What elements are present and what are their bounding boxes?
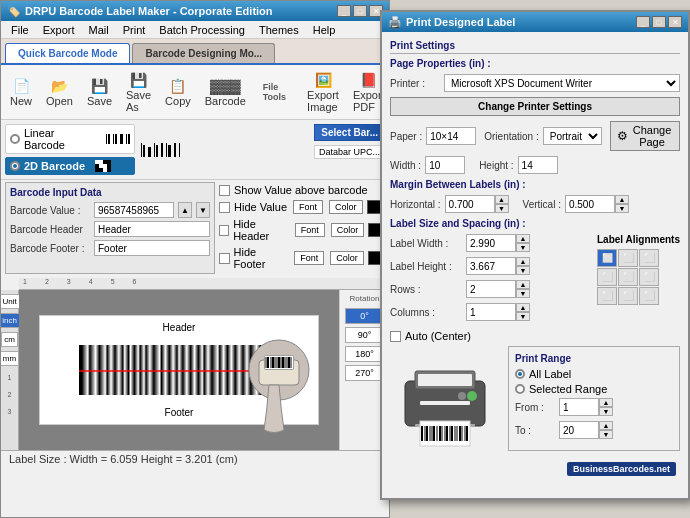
align-middle-center-button[interactable]: ⬜ <box>618 268 638 286</box>
label-header-text: Header <box>163 322 196 333</box>
label-height-spin-up[interactable]: ▲ <box>516 257 530 266</box>
align-bottom-right-button[interactable]: ⬜ <box>639 287 659 305</box>
value-color-button[interactable]: Color <box>329 200 363 214</box>
value-font-button[interactable]: Font <box>293 200 323 214</box>
copy-icon: 📋 <box>167 77 189 95</box>
rows-spin-down[interactable]: ▼ <box>516 289 530 298</box>
menu-print[interactable]: Print <box>117 23 152 37</box>
width-input[interactable] <box>425 156 465 174</box>
input-section-title: Barcode Input Data <box>10 187 210 198</box>
tab-designing-mode[interactable]: Barcode Designing Mo... <box>132 43 275 63</box>
export-image-button[interactable]: 🖼️ Export Image <box>302 68 344 116</box>
menu-export[interactable]: Export <box>37 23 81 37</box>
orientation-select[interactable]: Portrait <box>543 127 602 145</box>
from-spin-up[interactable]: ▲ <box>599 398 613 407</box>
header-font-button[interactable]: Font <box>295 223 325 237</box>
height-input[interactable] <box>518 156 558 174</box>
select-barcode-button[interactable]: Select Bar... <box>314 124 385 141</box>
selected-range-radio[interactable] <box>515 384 525 394</box>
new-button[interactable]: 📄 New <box>5 74 37 110</box>
rotation-0-button[interactable]: 0° <box>345 308 385 324</box>
align-bottom-left-button[interactable]: ⬜ <box>597 287 617 305</box>
align-middle-right-button[interactable]: ⬜ <box>639 268 659 286</box>
label-width-spin-up[interactable]: ▲ <box>516 234 530 243</box>
barcode-value-spin-up[interactable]: ▲ <box>178 202 192 218</box>
rotation-90-button[interactable]: 90° <box>345 327 385 343</box>
unit-mm-button[interactable]: mm <box>1 351 19 366</box>
from-input[interactable] <box>559 398 599 416</box>
menu-themes[interactable]: Themes <box>253 23 305 37</box>
horizontal-spin-up[interactable]: ▲ <box>495 195 509 204</box>
label-width-input[interactable] <box>466 234 516 252</box>
2d-barcode-option[interactable]: 2D Barcode <box>5 157 135 175</box>
rows-spin-up[interactable]: ▲ <box>516 280 530 289</box>
dialog-minimize-button[interactable]: _ <box>636 16 650 28</box>
barcode-header-input[interactable] <box>94 221 210 237</box>
all-label-radio[interactable] <box>515 369 525 379</box>
columns-input[interactable] <box>466 303 516 321</box>
vertical-spin-down[interactable]: ▼ <box>615 204 629 213</box>
dialog-body: Print Settings Page Properties (in) : Pr… <box>382 32 688 488</box>
hide-value-checkbox[interactable] <box>219 202 230 213</box>
barcode-value-spin-down[interactable]: ▼ <box>196 202 210 218</box>
align-top-right-button[interactable]: ⬜ <box>639 249 659 267</box>
to-input[interactable] <box>559 421 599 439</box>
menu-help[interactable]: Help <box>307 23 342 37</box>
save-button[interactable]: 💾 Save <box>82 74 117 110</box>
rotation-180-button[interactable]: 180° <box>345 346 385 362</box>
show-value-checkbox[interactable] <box>219 185 230 196</box>
horizontal-input[interactable] <box>445 195 495 213</box>
printer-select[interactable]: Microsoft XPS Document Writer <box>444 74 680 92</box>
change-printer-button[interactable]: Change Printer Settings <box>390 97 680 116</box>
barcode-footer-input[interactable] <box>94 240 210 256</box>
align-top-left-button[interactable]: ⬜ <box>597 249 617 267</box>
footer-color-button[interactable]: Color <box>330 251 364 265</box>
change-page-button[interactable]: ⚙ Change Page <box>610 121 680 151</box>
label-height-spin-down[interactable]: ▼ <box>516 266 530 275</box>
align-top-center-button[interactable]: ⬜ <box>618 249 638 267</box>
hide-header-checkbox[interactable] <box>219 225 229 236</box>
to-spin-up[interactable]: ▲ <box>599 421 613 430</box>
auto-center-checkbox[interactable] <box>390 331 401 342</box>
barcode-button[interactable]: ▓▓▓ Barcode <box>200 74 251 110</box>
horizontal-spin-down[interactable]: ▼ <box>495 204 509 213</box>
header-color-button[interactable]: Color <box>331 223 365 237</box>
maximize-button[interactable]: □ <box>353 5 367 17</box>
hide-footer-checkbox[interactable] <box>219 253 230 264</box>
columns-spin-down[interactable]: ▼ <box>516 312 530 321</box>
linear-barcode-option[interactable]: Linear Barcode <box>5 124 135 154</box>
label-width-spin-down[interactable]: ▼ <box>516 243 530 252</box>
menu-batch[interactable]: Batch Processing <box>153 23 251 37</box>
copy-button[interactable]: 📋 Copy <box>160 74 196 110</box>
menu-file[interactable]: File <box>5 23 35 37</box>
barcode-type-dropdown[interactable]: Databar UPC... <box>314 145 385 159</box>
print-range-title: Print Range <box>515 353 673 364</box>
selected-range-text: Selected Range <box>529 383 607 395</box>
align-bottom-center-button[interactable]: ⬜ <box>618 287 638 305</box>
align-middle-left-button[interactable]: ⬜ <box>597 268 617 286</box>
open-button[interactable]: 📂 Open <box>41 74 78 110</box>
save-as-button[interactable]: 💾 Save As <box>121 68 156 116</box>
linear-radio-dot <box>10 134 20 144</box>
dialog-close-button[interactable]: ✕ <box>668 16 682 28</box>
scanner-svg <box>229 320 329 450</box>
vertical-spin-up[interactable]: ▲ <box>615 195 629 204</box>
tab-quick-barcode[interactable]: Quick Barcode Mode <box>5 43 130 63</box>
vertical-input[interactable] <box>565 195 615 213</box>
dialog-maximize-button[interactable]: □ <box>652 16 666 28</box>
rotation-270-button[interactable]: 270° <box>345 365 385 381</box>
paper-input[interactable] <box>426 127 476 145</box>
barcode-value-input[interactable] <box>94 202 174 218</box>
minimize-button[interactable]: _ <box>337 5 351 17</box>
label-height-input[interactable] <box>466 257 516 275</box>
window-controls: _ □ ✕ <box>337 5 383 17</box>
menu-mail[interactable]: Mail <box>83 23 115 37</box>
footer-font-button[interactable]: Font <box>294 251 324 265</box>
unit-inch-button[interactable]: inch <box>1 313 20 328</box>
to-spin-down[interactable]: ▼ <box>599 430 613 439</box>
rows-input[interactable] <box>466 280 516 298</box>
orientation-label: Orientation : <box>484 131 538 142</box>
from-spin-down[interactable]: ▼ <box>599 407 613 416</box>
unit-cm-button[interactable]: cm <box>1 332 18 347</box>
columns-spin-up[interactable]: ▲ <box>516 303 530 312</box>
